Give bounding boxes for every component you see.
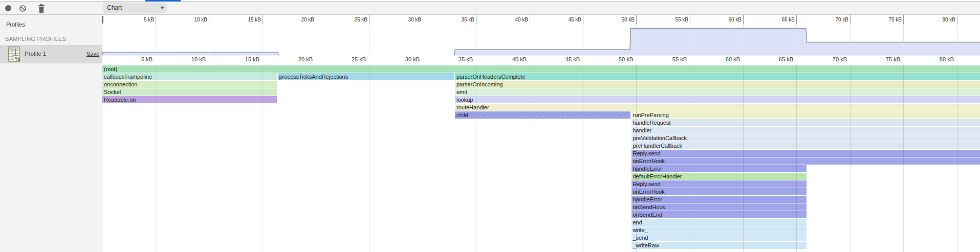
svg-text:%: % (15, 56, 20, 62)
